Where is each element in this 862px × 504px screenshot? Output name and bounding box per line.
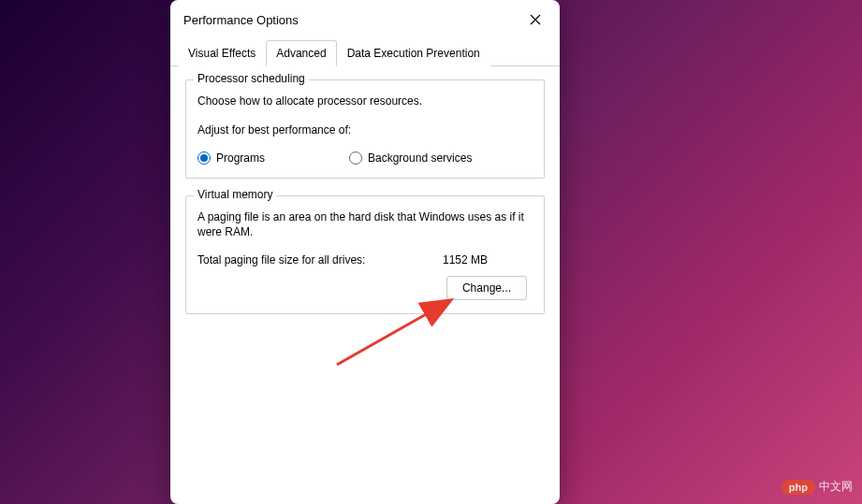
tab-visual-effects[interactable]: Visual Effects [178, 40, 266, 66]
processor-description: Choose how to allocate processor resourc… [197, 94, 533, 109]
processor-radio-row: Programs Background services [197, 151, 533, 165]
performance-options-dialog: Performance Options Visual Effects Advan… [170, 0, 560, 504]
processor-adjust-label: Adjust for best performance of: [197, 122, 533, 138]
tab-dep[interactable]: Data Execution Prevention [337, 40, 490, 66]
radio-programs[interactable]: Programs [197, 151, 265, 165]
radio-background-indicator [349, 151, 362, 165]
close-button[interactable] [522, 7, 548, 33]
virtual-memory-legend: Virtual memory [194, 188, 276, 201]
processor-scheduling-group: Processor scheduling Choose how to alloc… [185, 79, 545, 179]
radio-background-label: Background services [368, 151, 472, 165]
virtual-memory-group: Virtual memory A paging file is an area … [185, 195, 545, 315]
watermark: php 中文网 [782, 479, 853, 495]
processor-group-legend: Processor scheduling [194, 72, 309, 85]
change-button[interactable]: Change... [446, 276, 527, 300]
close-icon [530, 14, 541, 25]
tab-bar: Visual Effects Advanced Data Execution P… [170, 39, 560, 66]
tab-advanced[interactable]: Advanced [266, 40, 336, 66]
radio-programs-label: Programs [216, 151, 265, 165]
watermark-brand: php [782, 480, 815, 495]
watermark-text: 中文网 [819, 479, 853, 495]
dialog-content: Processor scheduling Choose how to alloc… [170, 66, 560, 504]
virtual-memory-description: A paging file is an area on the hard dis… [197, 209, 533, 241]
radio-background-services[interactable]: Background services [349, 151, 472, 165]
paging-size-value: 1152 MB [443, 253, 533, 266]
change-button-row: Change... [197, 276, 533, 300]
titlebar: Performance Options [170, 0, 560, 39]
window-title: Performance Options [183, 13, 299, 27]
paging-size-label: Total paging file size for all drives: [197, 253, 443, 266]
radio-programs-indicator [197, 151, 211, 165]
paging-size-row: Total paging file size for all drives: 1… [197, 253, 533, 266]
